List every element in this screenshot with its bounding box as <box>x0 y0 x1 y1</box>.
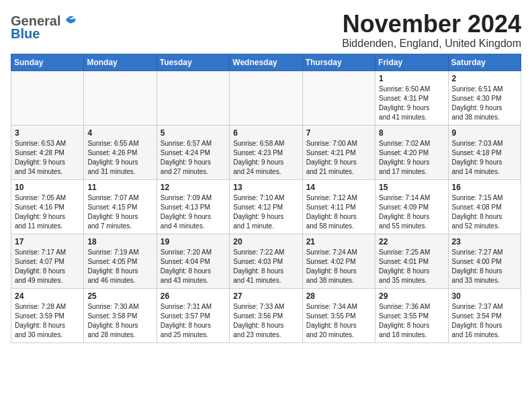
calendar-cell <box>84 71 157 125</box>
day-info: Sunrise: 6:55 AM Sunset: 4:26 PM Dayligh… <box>87 140 138 175</box>
calendar-cell <box>230 71 302 125</box>
calendar-cell: 13Sunrise: 7:10 AM Sunset: 4:12 PM Dayli… <box>230 179 302 234</box>
calendar-cell: 28Sunrise: 7:34 AM Sunset: 3:55 PM Dayli… <box>302 288 375 342</box>
title-area: November 2024 Biddenden, England, United… <box>342 11 521 50</box>
day-number: 4 <box>87 128 152 138</box>
day-header-thursday: Thursday <box>302 54 375 71</box>
calendar-cell: 21Sunrise: 7:24 AM Sunset: 4:02 PM Dayli… <box>302 234 375 288</box>
calendar-week-4: 17Sunrise: 7:17 AM Sunset: 4:07 PM Dayli… <box>11 234 521 288</box>
calendar-cell <box>11 71 84 125</box>
day-number: 17 <box>15 237 80 246</box>
calendar-cell: 29Sunrise: 7:36 AM Sunset: 3:55 PM Dayli… <box>375 288 448 342</box>
day-header-saturday: Saturday <box>448 54 521 71</box>
calendar-cell: 30Sunrise: 7:37 AM Sunset: 3:54 PM Dayli… <box>448 288 521 342</box>
calendar-cell <box>157 71 229 125</box>
day-info: Sunrise: 7:05 AM Sunset: 4:16 PM Dayligh… <box>15 194 66 230</box>
day-number: 27 <box>233 291 298 301</box>
calendar-cell: 12Sunrise: 7:09 AM Sunset: 4:13 PM Dayli… <box>157 179 229 234</box>
day-header-wednesday: Wednesday <box>230 54 302 71</box>
day-number: 19 <box>161 237 226 246</box>
day-number: 25 <box>87 291 152 301</box>
calendar-cell: 7Sunrise: 7:00 AM Sunset: 4:21 PM Daylig… <box>302 125 375 179</box>
day-info: Sunrise: 7:10 AM Sunset: 4:12 PM Dayligh… <box>233 194 284 230</box>
calendar-cell: 10Sunrise: 7:05 AM Sunset: 4:16 PM Dayli… <box>11 179 84 234</box>
day-number: 28 <box>306 291 371 301</box>
calendar-week-5: 24Sunrise: 7:28 AM Sunset: 3:59 PM Dayli… <box>11 288 521 342</box>
day-number: 18 <box>87 237 152 246</box>
calendar-cell <box>302 71 375 125</box>
day-number: 3 <box>15 128 80 138</box>
day-number: 11 <box>87 183 152 192</box>
day-info: Sunrise: 6:51 AM Sunset: 4:30 PM Dayligh… <box>452 85 503 121</box>
day-number: 23 <box>452 237 517 246</box>
day-info: Sunrise: 6:58 AM Sunset: 4:23 PM Dayligh… <box>233 140 284 175</box>
day-number: 30 <box>452 291 517 301</box>
calendar-cell: 1Sunrise: 6:50 AM Sunset: 4:31 PM Daylig… <box>375 71 448 125</box>
day-number: 24 <box>15 291 80 301</box>
day-number: 2 <box>452 74 517 83</box>
calendar-cell: 20Sunrise: 7:22 AM Sunset: 4:03 PM Dayli… <box>230 234 302 288</box>
day-number: 1 <box>379 74 444 83</box>
calendar-cell: 18Sunrise: 7:19 AM Sunset: 4:05 PM Dayli… <box>84 234 157 288</box>
day-info: Sunrise: 7:00 AM Sunset: 4:21 PM Dayligh… <box>306 140 357 175</box>
day-info: Sunrise: 7:31 AM Sunset: 3:57 PM Dayligh… <box>161 303 212 338</box>
calendar-cell: 22Sunrise: 7:25 AM Sunset: 4:01 PM Dayli… <box>375 234 448 288</box>
day-number: 13 <box>233 183 298 192</box>
day-info: Sunrise: 7:14 AM Sunset: 4:09 PM Dayligh… <box>379 194 430 230</box>
day-number: 8 <box>379 128 444 138</box>
calendar-table: SundayMondayTuesdayWednesdayThursdayFrid… <box>11 54 521 343</box>
day-info: Sunrise: 6:50 AM Sunset: 4:31 PM Dayligh… <box>379 85 430 121</box>
day-number: 20 <box>233 237 298 246</box>
day-header-friday: Friday <box>375 54 448 71</box>
day-number: 10 <box>15 183 80 192</box>
logo-blue: Blue <box>11 26 40 42</box>
day-info: Sunrise: 7:15 AM Sunset: 4:08 PM Dayligh… <box>452 194 503 230</box>
calendar-cell: 16Sunrise: 7:15 AM Sunset: 4:08 PM Dayli… <box>448 179 521 234</box>
day-number: 7 <box>306 128 371 138</box>
day-info: Sunrise: 7:09 AM Sunset: 4:13 PM Dayligh… <box>161 194 212 230</box>
calendar-cell: 2Sunrise: 6:51 AM Sunset: 4:30 PM Daylig… <box>448 71 521 125</box>
day-number: 16 <box>452 183 517 192</box>
logo-bird-icon <box>62 15 77 28</box>
calendar-cell: 25Sunrise: 7:30 AM Sunset: 3:58 PM Dayli… <box>84 288 157 342</box>
day-info: Sunrise: 7:30 AM Sunset: 3:58 PM Dayligh… <box>87 303 138 338</box>
calendar-header-row: SundayMondayTuesdayWednesdayThursdayFrid… <box>11 54 521 71</box>
calendar-cell: 15Sunrise: 7:14 AM Sunset: 4:09 PM Dayli… <box>375 179 448 234</box>
calendar-cell: 14Sunrise: 7:12 AM Sunset: 4:11 PM Dayli… <box>302 179 375 234</box>
calendar-cell: 5Sunrise: 6:57 AM Sunset: 4:24 PM Daylig… <box>157 125 229 179</box>
day-header-tuesday: Tuesday <box>157 54 229 71</box>
day-number: 5 <box>161 128 226 138</box>
logo: General Blue <box>11 13 77 42</box>
day-info: Sunrise: 6:53 AM Sunset: 4:28 PM Dayligh… <box>15 140 66 175</box>
day-number: 9 <box>452 128 517 138</box>
calendar-cell: 27Sunrise: 7:33 AM Sunset: 3:56 PM Dayli… <box>230 288 302 342</box>
day-number: 15 <box>379 183 444 192</box>
calendar-cell: 17Sunrise: 7:17 AM Sunset: 4:07 PM Dayli… <box>11 234 84 288</box>
day-number: 26 <box>161 291 226 301</box>
calendar-cell: 11Sunrise: 7:07 AM Sunset: 4:15 PM Dayli… <box>84 179 157 234</box>
day-info: Sunrise: 7:25 AM Sunset: 4:01 PM Dayligh… <box>379 248 430 284</box>
calendar-cell: 9Sunrise: 7:03 AM Sunset: 4:18 PM Daylig… <box>448 125 521 179</box>
header: General Blue November 2024 Biddenden, En… <box>11 11 521 50</box>
calendar-cell: 3Sunrise: 6:53 AM Sunset: 4:28 PM Daylig… <box>11 125 84 179</box>
day-info: Sunrise: 7:28 AM Sunset: 3:59 PM Dayligh… <box>15 303 66 338</box>
day-number: 12 <box>161 183 226 192</box>
day-info: Sunrise: 7:03 AM Sunset: 4:18 PM Dayligh… <box>452 140 503 175</box>
day-number: 29 <box>379 291 444 301</box>
day-info: Sunrise: 7:27 AM Sunset: 4:00 PM Dayligh… <box>452 248 503 284</box>
day-info: Sunrise: 6:57 AM Sunset: 4:24 PM Dayligh… <box>161 140 212 175</box>
day-number: 22 <box>379 237 444 246</box>
calendar-cell: 23Sunrise: 7:27 AM Sunset: 4:00 PM Dayli… <box>448 234 521 288</box>
day-info: Sunrise: 7:19 AM Sunset: 4:05 PM Dayligh… <box>87 248 138 284</box>
day-header-sunday: Sunday <box>11 54 84 71</box>
calendar-cell: 4Sunrise: 6:55 AM Sunset: 4:26 PM Daylig… <box>84 125 157 179</box>
day-info: Sunrise: 7:12 AM Sunset: 4:11 PM Dayligh… <box>306 194 357 230</box>
calendar-cell: 24Sunrise: 7:28 AM Sunset: 3:59 PM Dayli… <box>11 288 84 342</box>
calendar-week-2: 3Sunrise: 6:53 AM Sunset: 4:28 PM Daylig… <box>11 125 521 179</box>
calendar-week-1: 1Sunrise: 6:50 AM Sunset: 4:31 PM Daylig… <box>11 71 521 125</box>
day-info: Sunrise: 7:02 AM Sunset: 4:20 PM Dayligh… <box>379 140 430 175</box>
calendar-cell: 8Sunrise: 7:02 AM Sunset: 4:20 PM Daylig… <box>375 125 448 179</box>
day-info: Sunrise: 7:07 AM Sunset: 4:15 PM Dayligh… <box>87 194 138 230</box>
day-info: Sunrise: 7:24 AM Sunset: 4:02 PM Dayligh… <box>306 248 357 284</box>
day-number: 14 <box>306 183 371 192</box>
